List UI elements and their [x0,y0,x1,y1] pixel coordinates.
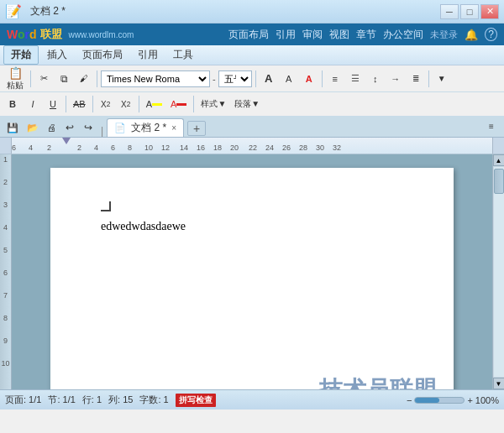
tab-close-button[interactable]: × [171,123,176,133]
doc-area[interactable]: edwedwdasdaewe 技术员联盟 www.jsgho.com [12,154,492,389]
strikethrough-button[interactable]: AB [70,95,89,113]
print-button[interactable]: 🖨 [42,118,60,137]
menu-bar: 开始 插入 页面布局 引用 工具 [0,45,504,65]
menu-pagelayout[interactable]: 页面布局 [228,28,269,42]
scroll-track[interactable] [494,167,504,377]
scroll-down-button[interactable]: ▼ [493,378,505,389]
menu-home[interactable]: 开始 [3,45,39,65]
toolbar2: B I U AB X2 X2 A A 样式▼ 段落▼ [0,92,504,116]
new-tab-button[interactable]: + [187,121,206,136]
paste-button[interactable]: 📋 粘贴 [3,68,27,90]
notification-icon[interactable]: 🔔 [465,29,478,41]
vruler-8: 8 [3,315,8,322]
ruler-mark-26: 26 [282,143,291,152]
scroll-thumb[interactable] [494,169,504,194]
redo-button[interactable]: ↪ [79,118,97,137]
menu-login[interactable]: 未登录 [430,29,458,41]
word-logo: Word [7,28,37,41]
scroll-up-button[interactable]: ▲ [493,154,505,166]
list-button[interactable]: ≣ [407,70,425,88]
font-color-button[interactable]: A [300,70,318,88]
ruler-mark-16: 16 [197,143,205,152]
undo-button[interactable]: ↩ [60,118,79,137]
watermark-main-text: 技术员联盟 [319,374,437,389]
menu-insert[interactable]: 插入 [40,46,74,64]
ruler-left-margin [0,138,12,154]
ruler-area: 6 4 2 2 4 6 8 10 12 14 16 18 20 22 24 26… [0,138,504,154]
menu-ref2[interactable]: 引用 [131,46,165,64]
help-icon[interactable]: ? [485,28,497,41]
copy-icon: ⧉ [60,73,68,85]
tab-list-button[interactable]: ≡ [482,117,501,135]
shrink-font-button[interactable]: A [280,70,298,88]
subscript-button[interactable]: X2 [117,95,135,113]
tab-doc-icon: 📄 [114,123,126,133]
vruler-4: 4 [3,224,8,232]
tab-actions: ≡ [482,117,501,137]
zoom-out-button[interactable]: − [407,395,412,405]
highlight-button[interactable]: A [143,95,165,113]
font-color-btn2[interactable]: A [167,95,190,113]
cut-button[interactable]: ✂ ✂剪切 [34,70,53,88]
title-bar-title: 文档 2 * [30,4,66,18]
zoom-in-button[interactable]: + [467,395,472,405]
font-size-select[interactable]: 五号 [218,70,252,87]
bold-button[interactable]: B [3,95,22,113]
minimize-button[interactable]: ─ [440,4,459,19]
document-tab[interactable]: 📄 文档 2 * × [107,118,184,137]
italic-button[interactable]: I [24,95,42,113]
logo-area: Word 联盟 www.wordlm.com 页面布局 引用 审阅 视图 章节 … [0,23,504,45]
maximize-button[interactable]: □ [460,4,479,19]
ruler-mark-2r: 2 [77,143,81,152]
underline-button[interactable]: U [44,95,62,113]
watermark-overlay: 技术员联盟 www.jsgho.com [319,374,437,389]
line-spacing-button[interactable]: ↕ [366,70,385,88]
paragraph-button[interactable]: 段落▼ [231,95,263,113]
copy-button[interactable]: ⧉ [55,70,73,88]
vruler-1: 1 [3,156,8,164]
align-left-button[interactable]: ≡ [326,70,344,88]
zoom-control[interactable]: − + 100% [407,395,499,405]
menu-reference[interactable]: 引用 [276,28,296,42]
ruler-mark-24: 24 [265,143,274,152]
grow-font-button[interactable]: A [260,70,278,88]
right-scrollbar[interactable]: ▲ ▼ [492,154,504,389]
ruler-mark-2l: 2 [47,143,51,152]
status-bar: 页面: 1/1 节: 1/1 行: 1 列: 15 字数: 1 拼写检查 − +… [0,389,504,410]
ruler-mark-6r: 6 [111,143,115,152]
col-info: 列: 15 [108,394,133,406]
menu-office[interactable]: 办公空间 [383,28,423,42]
indent-marker[interactable] [62,138,71,144]
superscript-button[interactable]: X2 [97,95,115,113]
word-count: 字数: 1 [139,394,168,406]
menu-section[interactable]: 章节 [356,28,376,42]
zoom-bar[interactable] [414,397,465,404]
spell-check-badge[interactable]: 拼写检查 [176,394,216,407]
save-quick-button[interactable]: 💾 [3,118,22,137]
vruler-3: 3 [3,201,8,209]
zoom-fill [415,398,439,403]
tab-doc-name: 文档 2 * [131,121,166,135]
doc-text-content[interactable]: edwedwdasdaewe [101,220,412,233]
menu-pagelayout2[interactable]: 页面布局 [76,46,129,64]
menu-tools[interactable]: 工具 [166,46,200,64]
align-center-button[interactable]: ☰ [346,70,365,88]
separator1 [30,70,31,87]
ruler-mark-18: 18 [213,143,222,152]
tab-area: 💾 📂 🖨 ↩ ↪ | 📄 文档 2 * × + [3,118,482,137]
format-painter-button[interactable]: 🖌 [75,70,93,88]
open-button[interactable]: 📂 [24,118,42,137]
menu-view[interactable]: 视图 [329,28,349,42]
menu-review[interactable]: 审阅 [302,28,323,42]
ruler-mark-8: 8 [128,143,132,152]
text-cursor-area [101,201,111,213]
brand-label: 联盟 [40,27,62,42]
indent-button[interactable]: → [386,70,405,88]
ruler-content: 6 4 2 2 4 6 8 10 12 14 16 18 20 22 24 26… [12,138,492,154]
close-button[interactable]: ✕ [480,4,499,19]
vruler-9: 9 [3,337,8,345]
more-options-button[interactable]: ▼ [433,70,451,88]
font-family-select[interactable]: Times New Roma [101,70,210,87]
doc-page[interactable]: edwedwdasdaewe 技术员联盟 www.jsgho.com [50,168,454,389]
style-button[interactable]: 样式▼ [197,95,229,113]
